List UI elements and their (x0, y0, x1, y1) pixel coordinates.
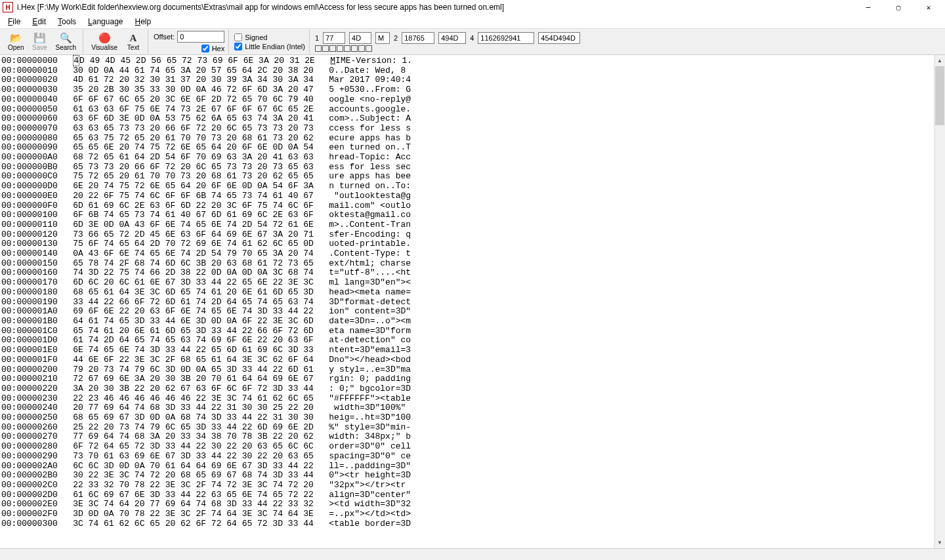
byte1-dec[interactable] (323, 32, 345, 44)
scroll-down-icon[interactable]: ▼ (934, 537, 945, 548)
close-button[interactable]: ✕ (914, 0, 944, 14)
byte2-label: 2 (394, 34, 398, 42)
menu-bar: File Edit Tools Language Help (0, 14, 945, 29)
search-icon: 🔍 (60, 32, 72, 44)
bit-squares (315, 45, 580, 52)
toolbar: 📂 Open 💾 Save 🔍 Search 🔴 Visualise A Tex… (0, 29, 945, 55)
app-icon: H (3, 2, 13, 12)
byte4-dec[interactable] (478, 32, 534, 44)
scroll-up-icon[interactable]: ▲ (934, 55, 945, 66)
menu-tools[interactable]: Tools (52, 16, 81, 28)
byte2-hex[interactable] (438, 32, 466, 44)
byte1-label: 1 (315, 34, 319, 42)
save-icon: 💾 (33, 32, 46, 44)
signed-checkbox[interactable]: Signed (234, 33, 305, 41)
open-button[interactable]: 📂 Open (4, 31, 28, 52)
byte1-hex[interactable] (349, 32, 371, 44)
offset-input[interactable] (177, 31, 224, 43)
scroll-thumb[interactable] (935, 66, 944, 125)
title-bar: H i.Hex [F:\My Work\Edit folder\hexview.… (0, 0, 945, 14)
vertical-scrollbar[interactable]: ▲ ▼ (934, 55, 945, 548)
open-icon: 📂 (10, 32, 22, 44)
minimize-button[interactable]: ─ (853, 0, 883, 14)
byte4-label: 4 (470, 34, 474, 42)
byte1-char[interactable] (375, 32, 390, 44)
byte4-hex[interactable] (538, 32, 580, 44)
hex-view[interactable]: 00:00000000 4D 49 4D 45 2D 56 65 72 73 6… (0, 55, 934, 548)
search-button[interactable]: 🔍 Search (51, 31, 80, 52)
save-button[interactable]: 💾 Save (28, 31, 51, 52)
text-button[interactable]: A Text (121, 31, 145, 52)
little-endian-checkbox[interactable]: Little Endian (Intel) (234, 43, 305, 50)
status-bar (0, 548, 945, 560)
offset-label: Offset: (154, 33, 175, 41)
menu-language[interactable]: Language (83, 16, 128, 28)
maximize-button[interactable]: ▢ (883, 0, 914, 14)
visualise-icon: 🔴 (98, 32, 111, 44)
menu-edit[interactable]: Edit (27, 16, 51, 28)
visualise-button[interactable]: 🔴 Visualise (87, 31, 121, 52)
byte2-dec[interactable] (402, 32, 434, 44)
window-title: i.Hex [F:\My Work\Edit folder\hexview.or… (17, 3, 504, 12)
text-icon: A (130, 32, 137, 44)
menu-help[interactable]: Help (129, 16, 156, 28)
menu-file[interactable]: File (3, 16, 26, 28)
hex-checkbox[interactable]: Hex (201, 45, 225, 52)
